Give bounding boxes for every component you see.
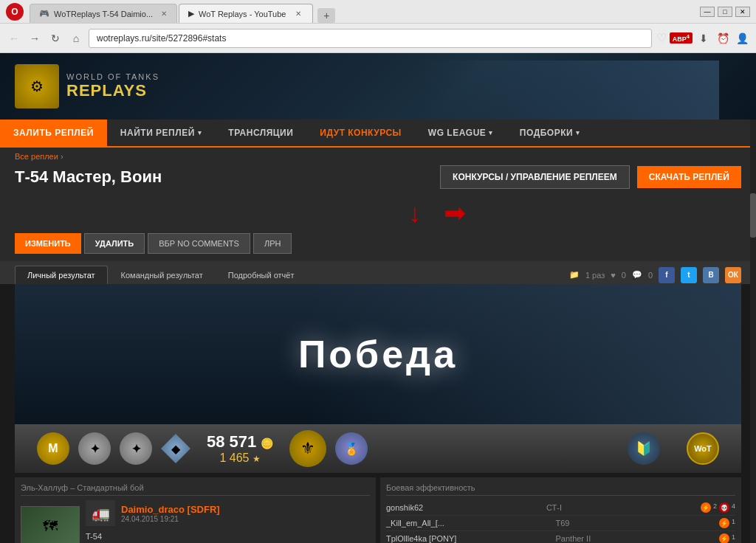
medal-diamond: ◆ [161, 434, 190, 463]
battle-info-panel: Эль-Халлуф – Стандартный бой 🗺 🚛 Daimio_… [15, 477, 376, 543]
credits-icon: 🪙 [261, 437, 273, 449]
tab2-title: WoT Replays - YouTube [199, 10, 286, 18]
facebook-button[interactable]: f [659, 267, 675, 283]
medal-large1: ⚜ [289, 430, 326, 467]
dmg-count: 2 [713, 502, 717, 513]
download-button[interactable]: СКАЧАТЬ РЕПЛЕЙ [637, 166, 741, 188]
contests-button[interactable]: КОНКУРСЫ / УПРАВЛЕНИЕ РЕПЛЕЕМ [440, 165, 630, 189]
scrollbar[interactable] [750, 120, 756, 543]
user-icon[interactable]: 👤 [734, 30, 750, 46]
comments-count: 0 [648, 271, 653, 280]
victory-text: Победа [298, 332, 458, 376]
combat-player-2: _Kill_em_All_[... T69 ⚡ 1 [386, 516, 735, 531]
new-tab-button[interactable]: + [317, 8, 335, 23]
tab-personal[interactable]: Личный результат [15, 266, 108, 284]
combat-player-2-icons: ⚡ 1 [719, 518, 735, 528]
tank-thumbnail: 🚛 [86, 500, 115, 526]
dmg-count3: 1 [732, 533, 735, 543]
combat-efficiency-panel: Боевая эффективность gonshik62 СТ-I ⚡ 2 … [380, 477, 741, 543]
combat-player-3-icons: ⚡ 1 [719, 533, 735, 543]
nav-upload[interactable]: ЗАЛИТЬ РЕПЛЕЙ [0, 120, 107, 146]
tab-wot-replays[interactable]: 🎮 WoTReplays T-54 Daimio... ✕ [30, 4, 177, 23]
refresh-button[interactable]: ↻ [47, 30, 63, 46]
nav-collections[interactable]: ПОДБОРКИ ▾ [506, 120, 594, 146]
address-bar[interactable]: wotreplays.ru/site/5272896#stats [89, 29, 652, 48]
tab-team[interactable]: Командный результат [109, 266, 215, 284]
ok-button[interactable]: ОК [725, 267, 741, 283]
action-buttons-row: ИЗМЕНИТЬ УДАЛИТЬ ВБР NO COMMENTS ЛРН [0, 230, 756, 261]
results-stats: 📁 1 раз ♥ 0 💬 0 f t В ОК [569, 267, 741, 283]
player-date: 24.04.2015 19:21 [121, 515, 220, 523]
medal-mastery: M [37, 432, 69, 465]
home-button[interactable]: ⌂ [68, 30, 84, 46]
title-buttons: КОНКУРСЫ / УПРАВЛЕНИЕ РЕПЛЕЕМ СКАЧАТЬ РЕ… [440, 165, 741, 189]
comment-icon: 💬 [632, 270, 642, 280]
tab2-close[interactable]: ✕ [293, 9, 303, 19]
maximize-button[interactable]: □ [718, 7, 732, 17]
combat-player-1-name: gonshik62 [386, 503, 540, 512]
nav-streams[interactable]: ТРАНСЛЯЦИИ [215, 120, 306, 146]
nav-wgleague[interactable]: WG LEAGUE ▾ [415, 120, 506, 146]
twitter-button[interactable]: t [681, 267, 697, 283]
player-info: 🚛 Daimio_draco [SDFR] 24.04.2015 19:21 T… [86, 500, 220, 543]
xp-score: 1 465 ★ [219, 452, 261, 465]
map-thumbnail: 🗺 [21, 506, 80, 543]
tab-detailed[interactable]: Подробный отчёт [216, 266, 306, 284]
score-area: 58 571 🪙 1 465 ★ [207, 432, 273, 465]
combat-player-3: TplOllle4ka [PONY] Panther II ⚡ 1 [386, 531, 735, 543]
minimize-button[interactable]: — [700, 7, 715, 17]
credits-score: 58 571 🪙 [207, 432, 273, 452]
breadcrumb: Все реплеи › [15, 152, 741, 161]
battle-player: 🗺 🚛 Daimio_draco [SDFR] 24.04.2015 19:21… [21, 500, 370, 543]
file-icon: 📁 [569, 270, 580, 280]
medal-wot: WoT [687, 432, 719, 465]
breadcrumb-link[interactable]: Все реплеи [15, 152, 58, 161]
forward-button[interactable]: → [27, 30, 43, 46]
wot-logo-icon: ⚙ [15, 64, 59, 108]
page-content: ⚙ WORLD OF TANKS REPLAYS ЗАЛИТЬ РЕПЛЕЙ Н… [0, 53, 756, 543]
scrollbar-thumb[interactable] [750, 193, 756, 238]
nav-bar: ← → ↻ ⌂ wotreplays.ru/site/5272896#stats… [0, 24, 756, 53]
battle-result: Победа [15, 284, 741, 424]
combat-player-3-tank: Panther II [550, 534, 720, 543]
player-name[interactable]: Daimio_draco [SDFR] [121, 504, 220, 515]
medal-badge1: 🏅 [335, 432, 368, 465]
clock-icon[interactable]: ⏰ [715, 30, 731, 46]
wot-header: ⚙ WORLD OF TANKS REPLAYS [0, 53, 756, 120]
main-nav: ЗАЛИТЬ РЕПЛЕЙ НАЙТИ РЕПЛЕЙ ▾ ТРАНСЛЯЦИИ … [0, 120, 756, 148]
vbr-button[interactable]: ВБР NO COMMENTS [148, 233, 250, 254]
browser-frame: O 🎮 WoTReplays T-54 Daimio... ✕ ▶ WoT Re… [0, 0, 756, 543]
views-count: 1 раз [585, 271, 605, 280]
dmg-icon3: ⚡ [719, 533, 729, 543]
combat-player-2-name: _Kill_em_All_[... [386, 519, 550, 528]
tanks-text: REPLAYS [66, 81, 159, 100]
replay-title-row: Т-54 Мастер, Воин КОНКУРСЫ / УПРАВЛЕНИЕ … [0, 161, 756, 196]
bottom-section: Эль-Халлуф – Стандартный бой 🗺 🚛 Daimio_… [15, 477, 741, 543]
nav-icons-right: ♡ ABP4 ⬇ ⏰ 👤 [656, 30, 750, 46]
download-icon[interactable]: ⬇ [695, 30, 712, 46]
tab1-favicon: 🎮 [39, 9, 49, 18]
heart-icon: ♥ [611, 271, 616, 280]
opera-logo: O [6, 3, 24, 21]
vk-button[interactable]: В [703, 267, 719, 283]
dmg-icon2: ⚡ [719, 518, 729, 528]
delete-button[interactable]: УДАЛИТЬ [84, 233, 145, 254]
close-button[interactable]: ✕ [735, 7, 750, 17]
down-arrow-icon: ↓ [408, 198, 422, 229]
combat-player-1: gonshik62 СТ-I ⚡ 2 💀 4 [386, 500, 735, 516]
right-arrow-icon: ➡ [444, 198, 466, 229]
tab1-close[interactable]: ✕ [160, 9, 168, 19]
nav-find[interactable]: НАЙТИ РЕПЛЕЙ ▾ [107, 120, 215, 146]
bookmark-icon[interactable]: ♡ [656, 31, 667, 45]
wot-logo-text: WORLD OF TANKS REPLAYS [66, 72, 159, 100]
nav-contests[interactable]: ИДУТ КОНКУРСЫ [306, 120, 414, 146]
results-tabs-bar: Личный результат Командный результат Под… [0, 261, 756, 284]
change-button[interactable]: ИЗМЕНИТЬ [15, 233, 81, 254]
tab-youtube[interactable]: ▶ WoT Replays - YouTube ✕ [179, 4, 313, 23]
kill-icon: 💀 [719, 502, 729, 513]
window-controls: — □ ✕ [700, 7, 750, 17]
back-button[interactable]: ← [6, 30, 22, 46]
lpn-button[interactable]: ЛРН [253, 233, 292, 254]
url-text: wotreplays.ru/site/5272896#stats [97, 33, 644, 44]
player-name-row: 🚛 Daimio_draco [SDFR] 24.04.2015 19:21 [86, 500, 220, 526]
